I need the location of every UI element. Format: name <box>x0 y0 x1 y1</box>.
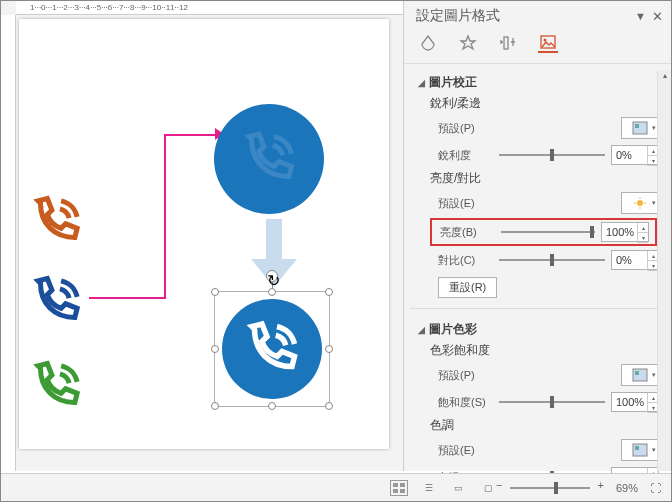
contrast-value[interactable]: 0%▴▾ <box>611 250 659 270</box>
preset-sharpness-button[interactable] <box>621 117 659 139</box>
svg-rect-17 <box>400 489 405 493</box>
brightness-label: 亮度(B) <box>440 225 495 240</box>
reset-button[interactable]: 重設(R) <box>438 277 497 298</box>
view-sorter-icon[interactable]: ☰ <box>420 480 438 496</box>
tab-picture-icon[interactable] <box>538 33 558 53</box>
subsection-tone: 色調 <box>418 415 659 436</box>
slide-canvas[interactable]: 1···0···1···2···3···4···5···6···7···8···… <box>1 1 403 471</box>
panel-dropdown-icon[interactable]: ▼ <box>635 10 646 22</box>
connector-line <box>89 297 166 299</box>
preset-saturation-button[interactable] <box>621 364 659 386</box>
view-reading-icon[interactable]: ▭ <box>450 480 468 496</box>
subsection-brightness: 亮度/對比 <box>418 168 659 189</box>
circle-shape-top[interactable] <box>214 104 324 214</box>
format-tabs <box>404 27 671 64</box>
tab-size-icon[interactable] <box>498 33 518 53</box>
panel-title: 設定圖片格式 <box>416 7 500 25</box>
brightness-value[interactable]: 100%▴▾ <box>601 222 649 242</box>
sharpness-label: 銳利度 <box>438 148 493 163</box>
svg-rect-14 <box>393 483 398 487</box>
fit-window-icon[interactable]: ⛶ <box>650 482 661 494</box>
panel-close-icon[interactable]: ✕ <box>652 9 663 24</box>
phone-icon-orange[interactable] <box>29 194 84 253</box>
tab-effects-icon[interactable] <box>458 33 478 53</box>
panel-scrollbar[interactable]: ▴ <box>657 71 671 471</box>
status-bar: ☰ ▭ ▢ 69% ⛶ <box>1 473 671 501</box>
phone-icon-green[interactable] <box>29 359 84 418</box>
view-normal-icon[interactable] <box>390 480 408 496</box>
saturation-value[interactable]: 100%▴▾ <box>611 392 659 412</box>
connector-line <box>164 134 219 136</box>
horizontal-ruler: 1···0···1···2···3···4···5···6···7···8···… <box>16 1 403 15</box>
contrast-label: 對比(C) <box>438 253 493 268</box>
preset-label: 預設(E) <box>438 443 493 458</box>
tab-fill-icon[interactable] <box>418 33 438 53</box>
selection-box[interactable]: ↻ <box>214 291 330 407</box>
brightness-slider[interactable] <box>501 224 595 240</box>
svg-rect-11 <box>635 371 639 375</box>
svg-point-2 <box>544 39 547 42</box>
preset-label: 預設(P) <box>438 368 493 383</box>
rotation-handle[interactable]: ↻ <box>266 270 278 282</box>
vertical-ruler <box>1 15 16 471</box>
preset-brightness-button[interactable] <box>621 192 659 214</box>
preset-label: 預設(E) <box>438 196 493 211</box>
svg-rect-4 <box>635 124 639 128</box>
sharpness-slider[interactable] <box>499 147 605 163</box>
brightness-row-highlighted: 亮度(B) 100%▴▾ <box>430 218 657 246</box>
format-picture-panel: 設定圖片格式 ▼ ✕ ◢圖片校正 銳利/柔邊 預設(P) 銳利度 <box>403 1 671 471</box>
section-correction[interactable]: ◢圖片校正 <box>418 72 659 93</box>
zoom-value[interactable]: 69% <box>616 482 638 494</box>
svg-rect-16 <box>393 489 398 493</box>
svg-point-5 <box>637 200 643 206</box>
section-color[interactable]: ◢圖片色彩 <box>418 319 659 340</box>
contrast-slider[interactable] <box>499 252 605 268</box>
saturation-slider[interactable] <box>499 394 605 410</box>
sharpness-value[interactable]: 0%▴▾ <box>611 145 659 165</box>
preset-tone-button[interactable] <box>621 439 659 461</box>
svg-rect-0 <box>504 37 508 49</box>
subsection-saturation: 色彩飽和度 <box>418 340 659 361</box>
svg-rect-13 <box>635 446 639 450</box>
preset-label: 預設(P) <box>438 121 493 136</box>
subsection-sharpen: 銳利/柔邊 <box>418 93 659 114</box>
svg-rect-15 <box>400 483 405 487</box>
zoom-slider[interactable] <box>510 487 590 489</box>
connector-line <box>164 134 166 299</box>
saturation-label: 飽和度(S) <box>438 395 493 410</box>
phone-icon-blue[interactable] <box>29 274 84 333</box>
slide[interactable]: ↻ <box>19 19 389 449</box>
